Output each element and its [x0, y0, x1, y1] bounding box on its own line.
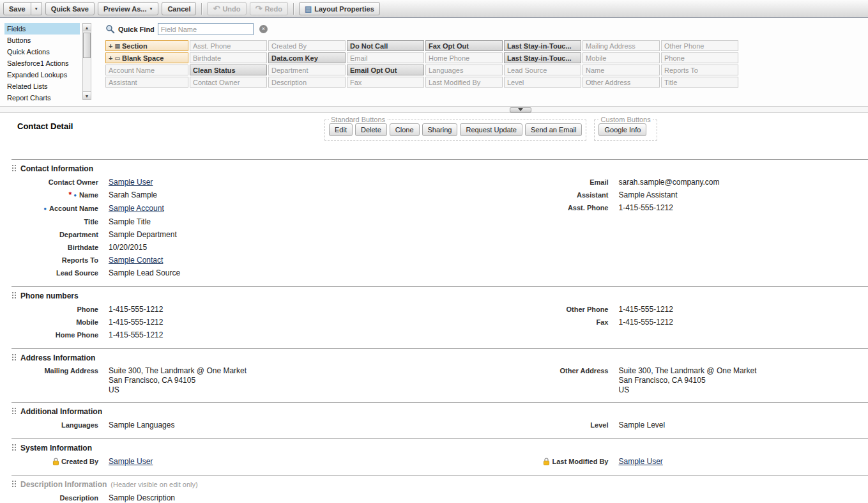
palette-field-email-opt-out[interactable]: Email Opt Out [347, 65, 424, 75]
section-body: Phone1-415-555-1212Mobile1-415-555-1212H… [11, 303, 868, 341]
search-icon [105, 24, 115, 34]
field-row-email: Emailsarah.sample@company.com [440, 176, 868, 189]
field-label: Description [11, 491, 109, 503]
drag-handle-icon[interactable] [11, 480, 17, 488]
palette-field-last-modified-by[interactable]: Last Modified By [425, 77, 503, 88]
palette-field-email[interactable]: Email [347, 52, 424, 63]
section-header: System Information [11, 442, 868, 454]
sample-user-link[interactable]: Sample User [109, 457, 153, 466]
scroll-down-icon[interactable]: ▼ [82, 91, 91, 100]
sharing-button[interactable]: Sharing [422, 123, 458, 136]
palette-field-fax-opt-out[interactable]: Fax Opt Out [425, 40, 503, 51]
palette-field-label: Fax [350, 79, 362, 86]
palette-field-assistant[interactable]: Assistant [105, 77, 188, 88]
palette-field-last-stay-in-touc[interactable]: Last Stay-in-Touc... [504, 40, 581, 51]
palette-field-title[interactable]: Title [661, 77, 738, 88]
palette-field-level[interactable]: Level [504, 77, 581, 88]
google-info-button[interactable]: Google Info [598, 123, 646, 136]
drag-handle-icon[interactable] [11, 444, 17, 452]
palette-field-other-address[interactable]: Other Address [582, 77, 660, 88]
palette-field-description[interactable]: Description [268, 77, 346, 88]
palette-field-birthdate[interactable]: Birthdate [190, 52, 267, 63]
save-dropdown-button[interactable]: ▼ [31, 2, 42, 15]
field-row-birthdate: Birthdate10/20/2015 [11, 241, 440, 254]
palette-field-label: Lead Source [507, 66, 547, 74]
section-note: (Header visible on edit only) [110, 481, 197, 488]
sidebar-item-salesforce1-actions[interactable]: Salesforce1 Actions [4, 58, 80, 69]
palette-scrollbar[interactable] [0, 106, 868, 113]
palette-field-home-phone[interactable]: Home Phone [425, 52, 503, 63]
clone-button[interactable]: Clone [390, 123, 420, 136]
palette-field-phone[interactable]: Phone [661, 52, 738, 63]
sidebar-item-report-charts[interactable]: Report Charts [4, 92, 80, 104]
palette-field-fax[interactable]: Fax [347, 77, 424, 88]
drag-handle-icon[interactable] [11, 164, 17, 173]
palette-field-asst-phone[interactable]: Asst. Phone [190, 40, 267, 51]
field-indicator-dot: ● [73, 192, 77, 198]
drag-handle-icon[interactable] [11, 353, 17, 362]
delete-button[interactable]: Delete [355, 123, 387, 136]
palette-field-account-name[interactable]: Account Name [105, 65, 188, 75]
palette-field-created-by[interactable]: Created By [268, 40, 346, 51]
sidebar-scrollbar[interactable]: ▲ ▼ [82, 23, 91, 100]
preview-as-button[interactable]: Preview As... ▼ [98, 2, 158, 15]
palette-field-label: Created By [271, 42, 307, 50]
palette-field-do-not-call[interactable]: Do Not Call [347, 40, 424, 51]
request-update-button[interactable]: Request Update [460, 123, 522, 136]
section-column-right: Other AddressSuite 300, The Landmark @ O… [440, 365, 868, 395]
sample-user-link[interactable]: Sample User [109, 178, 153, 187]
layout-properties-button[interactable]: ▤ Layout Properties [299, 2, 380, 15]
palette-field-last-stay-in-touc[interactable]: Last Stay-in-Touc... [504, 52, 581, 63]
palette-field-blank-space[interactable]: +▭Blank Space [105, 52, 188, 63]
field-row-mobile: Mobile1-415-555-1212 [11, 316, 440, 329]
layout-canvas: Contact Detail Standard Buttons EditDele… [0, 113, 868, 503]
palette-field-label: Phone [664, 54, 685, 62]
quick-save-button[interactable]: Quick Save [45, 2, 95, 15]
edit-button[interactable]: Edit [329, 123, 353, 136]
sidebar-item-buttons[interactable]: Buttons [4, 35, 80, 46]
palette-field-section[interactable]: +▤Section [105, 40, 188, 51]
palette-field-name[interactable]: Name [582, 65, 660, 75]
field-label-text: Level [590, 421, 608, 429]
section-title: Contact Information [20, 164, 93, 173]
palette-field-languages[interactable]: Languages [425, 65, 503, 75]
drag-handle-icon[interactable] [11, 291, 17, 300]
field-label-text: Asst. Phone [568, 204, 609, 212]
section-column-right [440, 491, 868, 503]
field-label: Fax [440, 316, 619, 329]
sidebar-item-expanded-lookups[interactable]: Expanded Lookups [4, 69, 80, 81]
redo-button[interactable]: ↷ Redo [250, 2, 288, 15]
clear-search-icon[interactable]: × [259, 25, 268, 33]
drag-handle-icon[interactable] [11, 407, 17, 415]
field-label: Languages [11, 419, 109, 431]
palette-field-department[interactable]: Department [268, 65, 346, 75]
sample-user-link[interactable]: Sample User [619, 457, 663, 466]
palette-field-mailing-address[interactable]: Mailing Address [582, 40, 660, 51]
palette-field-mobile[interactable]: Mobile [582, 52, 660, 63]
sidebar-item-related-lists[interactable]: Related Lists [4, 81, 80, 92]
sidebar-item-quick-actions[interactable]: Quick Actions [4, 46, 80, 58]
sample-account-link[interactable]: Sample Account [109, 204, 164, 213]
sample-contact-link[interactable]: Sample Contact [109, 256, 163, 265]
palette-field-other-phone[interactable]: Other Phone [661, 40, 738, 51]
quick-find-input[interactable] [158, 23, 254, 35]
scrollbar-thumb[interactable] [83, 33, 91, 58]
palette-field-lead-source[interactable]: Lead Source [504, 65, 581, 75]
scrollbar-thumb[interactable] [510, 107, 531, 112]
palette-field-reports-to[interactable]: Reports To [661, 65, 738, 75]
field-label: Department [11, 228, 109, 241]
sidebar-item-fields[interactable]: Fields [4, 23, 80, 35]
scrollbar-track[interactable] [83, 31, 91, 91]
send-an-email-button[interactable]: Send an Email [525, 123, 582, 136]
field-label: Other Phone [440, 303, 619, 316]
palette-field-data-com-key[interactable]: Data.com Key [268, 52, 346, 63]
cancel-button[interactable]: Cancel [162, 2, 196, 15]
palette-field-label: Last Stay-in-Touc... [507, 54, 572, 62]
palette-field-clean-status[interactable]: Clean Status [190, 65, 267, 75]
add-icon: + [109, 42, 112, 50]
palette-field-contact-owner[interactable]: Contact Owner [190, 77, 267, 88]
undo-button[interactable]: ↶ Undo [207, 2, 246, 15]
buttons-area: Standard Buttons EditDeleteCloneSharingR… [324, 116, 657, 141]
field-value-line: US [109, 385, 247, 395]
save-button[interactable]: Save [3, 2, 31, 15]
